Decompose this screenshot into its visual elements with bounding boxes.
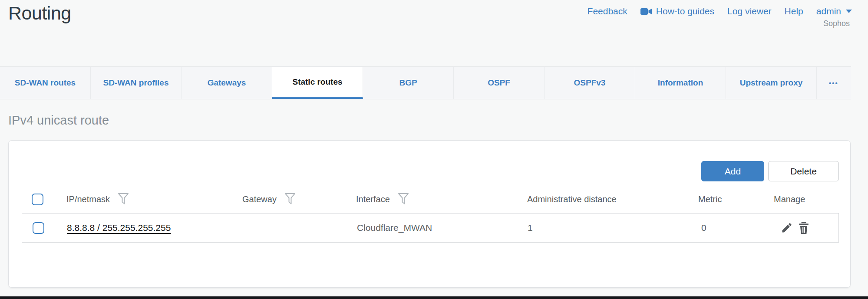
tab-bar: SD-WAN routes SD-WAN profiles Gateways S… (0, 66, 851, 99)
col-manage-label: Manage (774, 194, 805, 204)
row-checkbox[interactable] (33, 222, 44, 234)
howto-guides-link[interactable]: How-to guides (640, 6, 714, 16)
route-admin-distance-value: 1 (528, 223, 533, 233)
select-all-checkbox[interactable] (32, 194, 43, 205)
delete-button[interactable]: Delete (768, 161, 839, 181)
col-admin-distance-label: Administrative distance (527, 194, 617, 204)
add-button[interactable]: Add (701, 161, 764, 181)
help-link[interactable]: Help (785, 6, 803, 16)
howto-guides-label: How-to guides (656, 6, 714, 16)
route-ip-netmask-link[interactable]: 8.8.8.8 / 255.255.255.255 (67, 223, 171, 233)
tab-sdwan-routes[interactable]: SD-WAN routes (0, 67, 91, 99)
route-interface-value: Cloudflare_MWAN (357, 223, 432, 233)
admin-menu[interactable]: admin (816, 6, 852, 16)
tabs-overflow-button[interactable]: ••• (817, 67, 851, 99)
tab-sdwan-profiles[interactable]: SD-WAN profiles (91, 67, 182, 99)
tab-static-routes[interactable]: Static routes (272, 67, 363, 99)
brand-label: Sophos (823, 19, 850, 28)
table-header: IP/netmask Gateway Interface Administrat… (9, 193, 850, 206)
log-viewer-link[interactable]: Log viewer (727, 6, 772, 16)
admin-menu-label: admin (816, 6, 841, 16)
filter-icon[interactable] (284, 193, 296, 206)
route-metric-value: 0 (701, 223, 706, 233)
section-title: IPv4 unicast route (8, 113, 109, 128)
col-metric-label: Metric (698, 194, 722, 204)
edit-icon[interactable] (781, 222, 793, 234)
tab-bgp[interactable]: BGP (363, 67, 454, 99)
col-gateway-label: Gateway (242, 194, 277, 204)
tab-ospf[interactable]: OSPF (454, 67, 545, 99)
tab-upstream-proxy[interactable]: Upstream proxy (726, 67, 817, 99)
tab-ospfv3[interactable]: OSPFv3 (545, 67, 635, 99)
tab-gateways[interactable]: Gateways (182, 67, 272, 99)
filter-icon[interactable] (398, 193, 409, 206)
top-nav: Feedback How-to guides Log viewer Help a… (587, 6, 852, 16)
help-label: Help (785, 6, 803, 16)
col-interface-label: Interface (356, 194, 390, 204)
tab-information[interactable]: Information (635, 67, 726, 99)
filter-icon[interactable] (118, 193, 129, 206)
page-title: Routing (8, 3, 71, 24)
log-viewer-label: Log viewer (727, 6, 772, 16)
feedback-link-label: Feedback (587, 6, 627, 16)
delete-trash-icon[interactable] (798, 222, 809, 234)
window-bottom-edge (0, 296, 868, 299)
video-camera-icon (640, 8, 652, 15)
table-row: 8.8.8.8 / 255.255.255.255 Cloudflare_MWA… (22, 213, 839, 243)
routes-card: Add Delete IP/netmask Gateway Interface … (8, 140, 851, 288)
col-ip-netmask-label: IP/netmask (66, 194, 110, 204)
chevron-down-icon (846, 10, 852, 13)
feedback-link[interactable]: Feedback (587, 6, 627, 16)
